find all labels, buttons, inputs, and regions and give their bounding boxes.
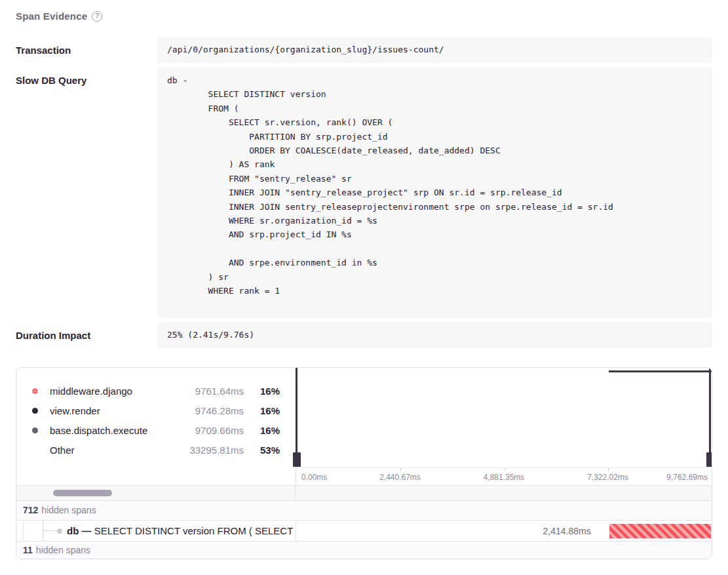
minimap-left-grip[interactable]	[293, 452, 301, 467]
minimap-right-drag-handle[interactable]	[709, 368, 711, 467]
span-evidence-section: Span Evidence ? Transaction /api/0/organ…	[0, 0, 728, 559]
duration-impact-label: Duration Impact	[16, 322, 157, 348]
transaction-row: Transaction /api/0/organizations/{organi…	[16, 37, 712, 63]
minimap-right-grip[interactable]	[706, 452, 713, 467]
legend-percent: 16%	[244, 386, 280, 397]
hidden-spans-row-bottom[interactable]: 11 hidden spans	[16, 541, 712, 559]
legend-name: Other	[50, 445, 75, 456]
tree-connector-dot	[57, 528, 62, 534]
scrollbar-track[interactable]	[16, 486, 296, 500]
span-row-description-cell: db — SELECT DISTINCT version FROM ( SELE…	[16, 521, 296, 541]
span-query-snippet: SELECT DISTINCT version FROM ( SELECT sr…	[94, 525, 296, 536]
sql-code: db - SELECT DISTINCT version FROM ( SELE…	[167, 73, 702, 298]
legend-percent: 16%	[244, 405, 280, 416]
hidden-spans-label: hidden spans	[41, 505, 96, 515]
slow-db-query-row: Slow DB Query db - SELECT DISTINCT versi…	[16, 67, 712, 318]
axis-label-1: 2,440.67ms	[379, 473, 421, 482]
minimap-span-highlight	[609, 370, 712, 372]
legend-dot-gray	[32, 427, 38, 433]
legend-duration: 9746.28ms	[165, 405, 244, 416]
hidden-spans-row-top[interactable]: 712 hidden spans	[16, 500, 712, 520]
axis-label-4: 9,762.69ms	[666, 473, 708, 482]
span-duration-bar[interactable]	[609, 524, 711, 538]
axis-tick	[400, 468, 401, 471]
legend-duration: 9709.66ms	[165, 425, 244, 436]
span-description: db — SELECT DISTINCT version FROM ( SELE…	[67, 521, 296, 541]
hidden-spans-count: 712	[23, 505, 38, 515]
scrollbar-thumb[interactable]	[53, 490, 112, 496]
span-legend: middleware.django 9761.64ms 16% view.ren…	[16, 368, 296, 485]
legend-percent: 53%	[244, 445, 280, 456]
duration-impact-row: Duration Impact 25% (2.41s/9.76s)	[16, 322, 712, 348]
time-axis: 0.00ms 2,440.67ms 4,881.35ms 7,322.02ms …	[296, 467, 712, 485]
span-tree-panel: middleware.django 9761.64ms 16% view.ren…	[16, 367, 712, 559]
section-title: Span Evidence	[16, 10, 87, 22]
hidden-spans-count: 11	[23, 545, 33, 555]
horizontal-scroll-row	[16, 485, 712, 500]
section-header: Span Evidence ?	[16, 10, 712, 22]
legend-item-base-dispatch-execute[interactable]: base.dispatch.execute 9709.66ms 16%	[32, 421, 280, 441]
span-row-db[interactable]: db — SELECT DISTINCT version FROM ( SELE…	[16, 520, 712, 541]
legend-name: middleware.django	[50, 386, 132, 397]
panel-top: middleware.django 9761.64ms 16% view.ren…	[16, 368, 712, 485]
duration-impact-value: 25% (2.41s/9.76s)	[157, 322, 712, 348]
legend-item-other[interactable]: Other 33295.81ms 53%	[32, 441, 280, 460]
span-op-label: db —	[67, 525, 92, 536]
hidden-spans-label: hidden spans	[36, 545, 90, 555]
tree-connector-horizontal	[43, 530, 58, 531]
legend-item-middleware-django[interactable]: middleware.django 9761.64ms 16%	[32, 382, 280, 401]
span-duration-label: 2,414.88ms	[543, 521, 591, 542]
legend-dot-dark	[32, 408, 38, 414]
tree-gutter-divider	[23, 521, 24, 541]
help-icon[interactable]: ?	[92, 11, 102, 22]
span-row-bar-cell: 2,414.88ms	[296, 521, 712, 541]
legend-name: view.render	[50, 405, 100, 416]
legend-dot-empty	[32, 447, 38, 453]
legend-name: base.dispatch.execute	[50, 425, 147, 436]
axis-tick	[608, 468, 609, 471]
legend-dot-red	[32, 388, 38, 394]
minimap-left-drag-handle[interactable]	[296, 368, 297, 467]
trace-minimap[interactable]	[296, 368, 712, 467]
slow-db-query-value: db - SELECT DISTINCT version FROM ( SELE…	[157, 67, 712, 318]
slow-db-query-label: Slow DB Query	[16, 67, 157, 318]
transaction-label: Transaction	[16, 37, 157, 63]
legend-duration: 33295.81ms	[165, 445, 244, 456]
legend-item-view-render[interactable]: view.render 9746.28ms 16%	[32, 401, 280, 421]
legend-duration: 9761.64ms	[165, 386, 244, 397]
axis-label-2: 4,881.35ms	[484, 473, 525, 482]
axis-tick	[504, 468, 505, 471]
legend-percent: 16%	[244, 425, 280, 436]
minimap-column: 0.00ms 2,440.67ms 4,881.35ms 7,322.02ms …	[296, 368, 712, 485]
axis-label-3: 7,322.02ms	[587, 473, 628, 482]
transaction-value: /api/0/organizations/{organization_slug}…	[157, 37, 712, 63]
axis-label-0: 0.00ms	[301, 473, 327, 482]
